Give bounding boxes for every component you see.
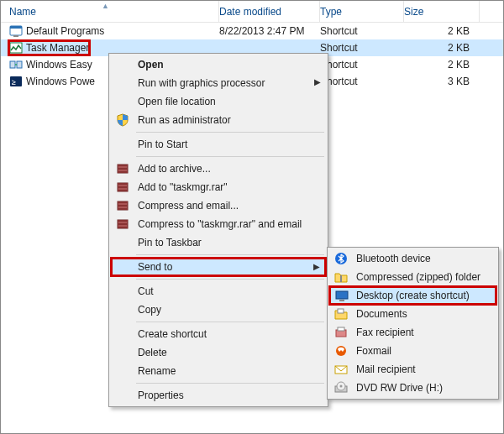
winrar-icon [115,217,130,232]
sendto-submenu[interactable]: Bluetooth device Compressed (zipped) fol… [327,247,499,400]
desktop-icon [334,289,349,304]
file-type: Shortcut [320,42,404,54]
dvd-drive-icon [333,380,349,395]
svg-rect-17 [118,201,128,203]
transfer-icon [9,58,23,71]
file-size: 3 KB [404,76,480,87]
column-name[interactable]: Name ▲ [1,1,219,22]
sendto-dvd[interactable]: DVD RW Drive (H:) [329,379,496,397]
menu-run-admin[interactable]: Run as administrator [111,111,326,129]
column-name-label: Name [9,6,36,18]
menu-pin-start[interactable]: Pin to Start [111,135,326,154]
menu-create-shortcut[interactable]: Create shortcut [111,325,326,343]
column-header[interactable]: Name ▲ Date modified Type Size [1,1,503,23]
menu-properties[interactable]: Properties [111,386,326,405]
taskmgr-icon [9,41,23,55]
winrar-icon [115,198,130,213]
menu-compress-email[interactable]: Compress and email... [111,196,326,215]
context-menu[interactable]: Open Run with graphics processor▶ Open f… [108,53,328,407]
menu-cut[interactable]: Cut [111,282,326,301]
column-date[interactable]: Date modified [219,1,320,22]
sendto-foxmail[interactable]: Foxmail [329,342,496,360]
svg-rect-30 [338,327,344,331]
svg-rect-4 [10,61,15,68]
svg-text:≥: ≥ [12,78,16,86]
powershell-icon: ≥ [9,75,23,88]
svg-rect-1 [10,26,22,29]
file-name: Default Programs [26,25,104,37]
winrar-icon [115,180,130,195]
file-type: Shortcut [320,76,404,87]
menu-add-rar[interactable]: Add to "taskmgr.rar" [111,178,326,196]
svg-rect-10 [118,168,128,170]
menu-separator [136,383,324,384]
file-name: Task Manager [26,42,89,54]
svg-rect-18 [118,205,128,207]
menu-separator [136,254,324,255]
menu-pin-taskbar[interactable]: Pin to Taskbar [111,233,326,252]
svg-rect-28 [338,309,344,313]
file-name: Windows Powe [26,76,95,87]
menu-rename[interactable]: Rename [111,362,326,380]
shield-icon [115,112,130,128]
menu-separator [136,132,324,133]
app-icon [9,24,23,38]
winrar-icon [115,161,130,176]
fax-icon [333,325,349,340]
file-name: Windows Easy [26,59,92,71]
svg-rect-27 [339,300,344,301]
svg-rect-13 [118,183,128,185]
svg-rect-9 [118,165,128,166]
svg-rect-5 [17,61,22,68]
foxmail-icon [333,343,349,358]
sendto-mail[interactable]: Mail recipient [329,360,496,379]
file-size: 2 KB [404,25,480,37]
menu-separator [136,322,324,322]
svg-point-35 [340,385,343,388]
documents-icon [333,306,349,322]
file-size: 2 KB [404,59,480,71]
submenu-arrow-icon: ▶ [313,262,320,271]
menu-compress-rar-email[interactable]: Compress to "taskmgr.rar" and email [111,215,326,233]
svg-rect-23 [118,227,128,228]
sendto-fax[interactable]: Fax recipient [329,323,496,342]
sort-asc-icon: ▲ [102,2,109,10]
svg-rect-21 [118,220,128,222]
column-size[interactable]: Size [404,1,480,22]
file-size: 2 KB [404,42,480,54]
svg-rect-2 [13,35,18,37]
svg-rect-26 [336,291,348,299]
menu-copy[interactable]: Copy [111,301,326,319]
submenu-arrow-icon: ▶ [314,77,321,86]
mail-icon [333,362,349,377]
zip-folder-icon [333,269,349,285]
svg-rect-15 [118,190,128,191]
sendto-zip[interactable]: Compressed (zipped) folder [329,268,496,286]
menu-open[interactable]: Open [111,55,326,74]
file-type: Shortcut [320,25,404,37]
menu-separator [136,279,324,280]
file-row[interactable]: Default Programs 8/22/2013 2:47 PM Short… [1,23,503,39]
sendto-bluetooth[interactable]: Bluetooth device [329,249,496,268]
menu-send-to[interactable]: Send to▶ [111,258,326,276]
column-type[interactable]: Type [320,1,404,22]
menu-add-archive[interactable]: Add to archive... [111,159,326,178]
svg-rect-14 [118,186,128,188]
file-date: 8/22/2013 2:47 PM [219,25,320,37]
bluetooth-icon [333,251,349,266]
menu-run-gfx[interactable]: Run with graphics processor▶ [111,74,326,92]
menu-delete[interactable]: Delete [111,343,326,362]
svg-rect-25 [340,275,342,282]
menu-open-location[interactable]: Open file location [111,92,326,111]
svg-rect-11 [118,171,128,173]
sendto-desktop[interactable]: Desktop (create shortcut) [329,286,496,305]
file-type: Shortcut [320,59,404,71]
svg-rect-22 [118,223,128,225]
svg-rect-19 [118,208,128,210]
sendto-documents[interactable]: Documents [329,305,496,323]
menu-separator [136,156,324,157]
